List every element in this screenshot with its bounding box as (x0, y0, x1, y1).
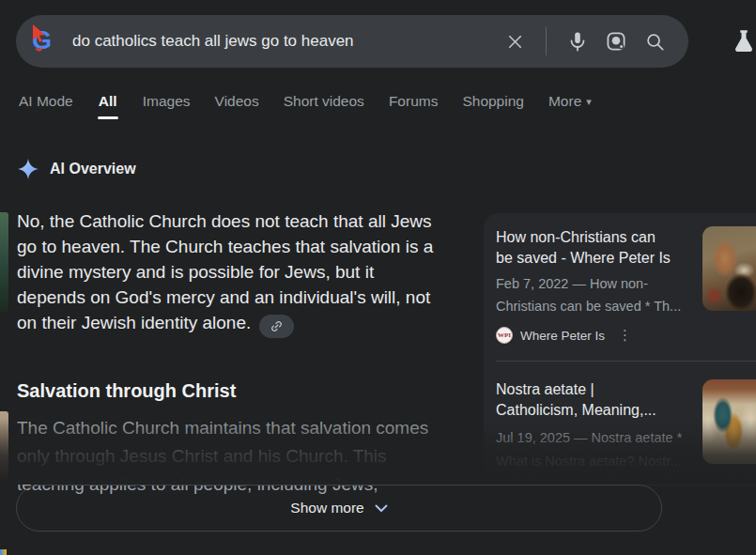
link-icon (267, 316, 286, 336)
lens-camera-icon[interactable] (605, 30, 627, 53)
ai-overview-header: AI Overview (17, 158, 136, 180)
card-divider (496, 361, 756, 362)
cursor-pointer-icon (26, 23, 51, 54)
chevron-down-icon (375, 504, 388, 513)
tab-label: Videos (215, 92, 259, 111)
bottom-left-favicon-sliver (0, 549, 7, 555)
google-search-results-page: G do catholics teach all jews go to heav… (0, 0, 756, 555)
card-snippet-faded: What is Nostra aetate? Nostr... (496, 451, 693, 473)
ai-overview-answer: No, the Catholic Church does not teach t… (17, 208, 441, 338)
search-bar-icons (503, 27, 688, 55)
card-thumbnail[interactable] (702, 379, 756, 464)
card-snippet: Feb 7, 2022 — How non-Christians can be … (496, 273, 688, 317)
result-tabs: AI Mode All Images Videos Short videos F… (19, 92, 592, 119)
clear-icon[interactable] (503, 30, 526, 53)
active-tab-underline (98, 116, 118, 119)
microphone-icon[interactable] (566, 30, 589, 53)
tab-label: Short videos (284, 92, 364, 111)
tab-more[interactable]: More▾ (548, 92, 592, 119)
search-bar-divider (546, 27, 547, 55)
tab-ai-mode[interactable]: AI Mode (19, 92, 73, 119)
answer-text: No, the Catholic Church does not teach t… (17, 211, 433, 332)
tab-shopping[interactable]: Shopping (462, 92, 524, 119)
tab-label: Forums (389, 92, 439, 111)
left-edge-image-sliver-bottom (0, 411, 8, 481)
source-favicon: WPI (496, 327, 513, 344)
tab-label: All (99, 92, 117, 111)
tab-videos[interactable]: Videos (215, 92, 259, 119)
tab-forums[interactable]: Forums (389, 92, 439, 119)
tab-label: More (548, 92, 581, 111)
card-snippet: Jul 19, 2025 — Nostra aetate * (496, 427, 693, 450)
tab-label: Shopping (462, 92, 524, 111)
show-more-button[interactable]: Show more (16, 485, 662, 532)
tab-label: AI Mode (19, 92, 73, 111)
tab-short-videos[interactable]: Short videos (284, 92, 364, 119)
ai-overview-label: AI Overview (50, 161, 136, 177)
card-title[interactable]: Nostra aetate | Catholicism, Meaning,... (496, 379, 672, 421)
search-icon[interactable] (643, 30, 666, 53)
citation-link-chip[interactable] (259, 315, 294, 338)
tab-label: Images (143, 92, 191, 111)
card-title[interactable]: How non-Christians can be saved - Where … (496, 227, 672, 269)
show-more-label: Show more (290, 500, 363, 516)
tab-images[interactable]: Images (143, 92, 191, 119)
google-logo: G (30, 24, 60, 58)
sparkle-icon (17, 158, 39, 180)
card-thumbnail[interactable] (702, 226, 756, 311)
search-input[interactable]: do catholics teach all jews go to heaven (72, 32, 503, 51)
labs-flask-icon[interactable] (730, 26, 756, 58)
chevron-down-icon: ▾ (586, 92, 592, 111)
source-cards-panel: How non-Christians can be saved - Where … (484, 213, 756, 486)
search-bar: G do catholics teach all jews go to heav… (16, 15, 688, 68)
source-name: Where Peter Is (520, 329, 605, 343)
kebab-menu-icon[interactable]: ⋮ (618, 327, 632, 344)
left-edge-image-sliver-top (0, 212, 8, 312)
card-source-row: WPI Where Peter Is ⋮ (496, 327, 632, 344)
tab-all[interactable]: All (98, 92, 118, 119)
section-heading: Salvation through Christ (17, 380, 236, 402)
